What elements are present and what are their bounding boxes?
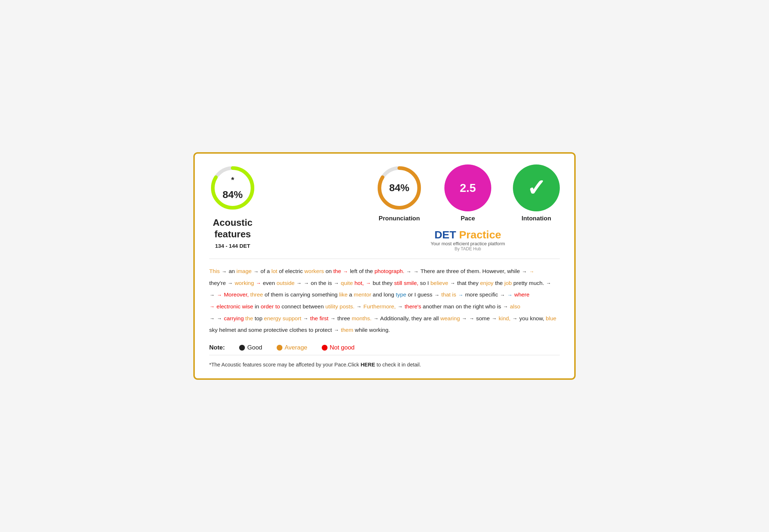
word-there: There are three of them. However, while — [421, 268, 520, 274]
word-image: image — [236, 268, 251, 274]
acoustic-percent: 84% — [223, 189, 243, 200]
pace-metric: 2.5 Pace — [444, 164, 491, 222]
word-mentor: mentor — [354, 291, 371, 298]
word-that: that — [457, 280, 468, 286]
word-that-is: that is — [441, 291, 456, 298]
footer-divider — [209, 355, 560, 355]
word-hot: hot, — [355, 280, 364, 286]
word-more: more specific — [465, 291, 500, 298]
word-on-the: on the is — [311, 280, 334, 286]
arrow-33: → — [492, 313, 497, 324]
practice-word: Practice — [456, 229, 501, 241]
word-three-months: three — [337, 315, 352, 321]
word-connect: connect between — [281, 303, 325, 309]
arrow-32: → — [469, 313, 474, 324]
acoustic-title: Acoustic features — [213, 217, 252, 239]
word-moreover: Moreover, — [224, 291, 249, 298]
word-three: three — [250, 291, 263, 298]
arrow-13: → — [366, 278, 371, 289]
word-some: some — [476, 315, 491, 321]
word-they1: they — [382, 280, 394, 286]
word-order-to: order to — [261, 303, 280, 309]
word-while-working: while working. — [355, 327, 390, 333]
arrow-7: → — [529, 267, 534, 277]
word-like: like — [339, 291, 347, 298]
arrow-25: → — [503, 302, 508, 312]
pronunciation-label: Pronunciation — [379, 215, 420, 222]
intonation-circle: ✓ — [513, 164, 560, 211]
transcript-block: This → an image → of a lot of electric w… — [209, 265, 560, 336]
word-top: top — [255, 315, 264, 321]
word-or: or I guess — [408, 291, 434, 298]
word-the3: the — [245, 315, 253, 321]
arrow-17: → — [217, 290, 222, 300]
arrow-10: → — [296, 278, 302, 289]
here-link[interactable]: HERE — [361, 362, 375, 368]
arrow-12: → — [334, 278, 339, 289]
word-in: in — [255, 303, 260, 309]
word-of: of electric — [279, 268, 304, 274]
arrow-22: → — [210, 302, 215, 312]
arrow-11: → — [304, 278, 309, 289]
word-so: so I — [420, 280, 430, 286]
word-where: where — [514, 291, 529, 298]
arrow-27: → — [217, 313, 222, 324]
arrow-31: → — [462, 313, 467, 324]
arrow-8: → — [228, 278, 233, 289]
det-brand: DET Practice Your most efficient practic… — [376, 229, 560, 251]
footer-text1: *The Acoustic features score may be affc… — [209, 362, 361, 368]
word-a: a — [349, 291, 354, 298]
word-outside: outside — [277, 280, 295, 286]
acoustic-det-range: 134 - 144 DET — [215, 243, 250, 249]
word-blue: blue — [546, 315, 556, 321]
arrow-21: → — [507, 290, 512, 300]
word-utility-posts: utility posts. — [325, 303, 355, 309]
word-electronic-wise: electronic wise — [216, 303, 253, 309]
word-the1: the — [333, 268, 341, 274]
pronunciation-score-text: 84% — [389, 182, 409, 194]
acoustic-score-text: * 84% — [223, 176, 243, 201]
arrow-2: → — [254, 267, 259, 277]
arrow-19: → — [458, 290, 463, 300]
word-they2: they — [468, 280, 480, 286]
word-and-long: and long — [373, 291, 396, 298]
word-on: on — [325, 268, 333, 274]
pronunciation-percent: 84% — [389, 182, 409, 193]
arrow-18: → — [434, 290, 439, 300]
pace-label: Pace — [461, 215, 475, 222]
not-good-label: Not good — [330, 344, 355, 351]
note-label: Note: — [209, 344, 225, 351]
word-photograph: photograph. — [374, 268, 404, 274]
intonation-label: Intonation — [522, 215, 551, 222]
footer-text2: to check it in detail. — [375, 362, 421, 368]
arrow-14: → — [450, 278, 455, 289]
pace-circle: 2.5 — [444, 164, 491, 211]
word-lot: lot — [272, 268, 277, 274]
legend-not-good: Not good — [322, 344, 355, 351]
intonation-metric: ✓ Intonation — [513, 164, 560, 222]
word-energy-support: energy support — [264, 315, 301, 321]
arrow-34: → — [513, 313, 518, 324]
metrics-row: * 84% Acoustic features 134 - 144 DET — [209, 164, 560, 251]
word-the-first: the first — [310, 315, 329, 321]
arrow-4: → — [406, 267, 411, 277]
arrow-20: → — [500, 290, 505, 300]
section-divider — [209, 259, 560, 259]
word-theres: there's — [405, 303, 421, 309]
word-them: them — [341, 327, 353, 333]
word-wearing: wearing — [440, 315, 460, 321]
word-of-a: of a — [260, 268, 271, 274]
acoustic-circle: * 84% — [209, 164, 256, 211]
asterisk: * — [231, 176, 234, 185]
word-the2: the — [495, 280, 504, 286]
word-you-know: you know, — [519, 315, 546, 321]
arrow-26: → — [210, 313, 215, 324]
word-but: but — [373, 280, 382, 286]
pace-score: 2.5 — [460, 181, 476, 195]
arrow-23: → — [356, 302, 361, 312]
det-by: By TADE Hub — [454, 246, 481, 251]
word-an: an — [229, 268, 237, 274]
word-enjoy: enjoy — [480, 280, 493, 286]
arrow-24: → — [397, 302, 403, 312]
word-kind: kind, — [498, 315, 510, 321]
